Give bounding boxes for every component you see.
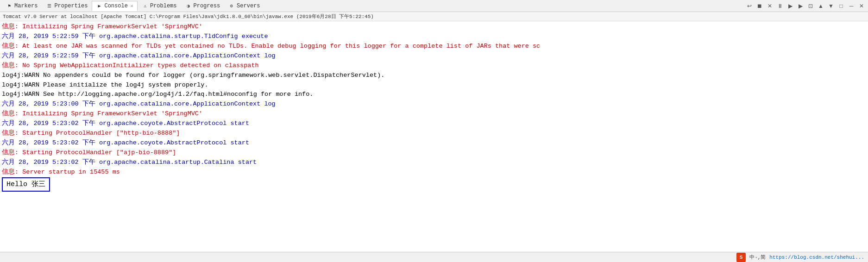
toolbar-copy-btn[interactable]: ⊡ bbox=[806, 1, 815, 11]
console-line: 六月 28, 2019 5:23:02 下午 org.apache.coyote… bbox=[2, 138, 866, 148]
servers-icon: ⚙ bbox=[228, 3, 235, 9]
server-bar: Tomcat v7.0 Server at localhost [Apache … bbox=[0, 12, 868, 21]
console-line: log4j:WARN No appenders could be found f… bbox=[2, 71, 866, 81]
console-line: 信息: Initializing Spring FrameworkServlet… bbox=[2, 22, 866, 32]
console-line: log4j:WARN Please initialize the log4j s… bbox=[2, 81, 866, 90]
tab-console-label: Console bbox=[104, 3, 127, 9]
tab-problems[interactable]: ⚠ Problems bbox=[138, 1, 181, 11]
toolbar-down-btn[interactable]: ▼ bbox=[826, 1, 836, 11]
tab-servers-label: Servers bbox=[237, 3, 260, 9]
toolbar-run2-btn[interactable]: ▶ bbox=[796, 1, 805, 11]
toolbar-min-btn[interactable]: ─ bbox=[847, 1, 856, 11]
tab-markers-label: Markers bbox=[14, 3, 38, 9]
toolbar-right: ↩ ⏹ ✕ ⏸ ▶ ▶ ⊡ ▲ ▼ □ ─ ✕ bbox=[745, 1, 866, 11]
toolbar-close-btn[interactable]: ✕ bbox=[857, 1, 866, 11]
console-line: 六月 28, 2019 5:23:02 下午 org.apache.coyote… bbox=[2, 119, 866, 129]
toolbar-pause-btn[interactable]: ⏸ bbox=[775, 1, 785, 11]
toolbar-stop-btn[interactable]: ⏹ bbox=[755, 1, 764, 11]
status-bar: S 中·,简 https://blog.csdn.net/shehui... bbox=[0, 252, 868, 262]
server-info-text: Tomcat v7.0 Server at localhost [Apache … bbox=[3, 13, 374, 20]
console-line: 六月 28, 2019 5:22:59 下午 org.apache.catali… bbox=[2, 32, 866, 42]
sogou-icon: S bbox=[736, 253, 746, 262]
tab-bar: ⚑ Markers ☰ Properties ▶ Console ✕ ⚠ Pro… bbox=[0, 0, 868, 12]
status-lang: 中·,简 bbox=[749, 254, 766, 261]
toolbar-clear-btn[interactable]: ✕ bbox=[765, 1, 774, 11]
tab-progress[interactable]: ◑ Progress bbox=[181, 1, 225, 11]
console-line: 六月 28, 2019 5:23:02 下午 org.apache.catali… bbox=[2, 158, 866, 168]
toolbar-up-btn[interactable]: ▲ bbox=[816, 1, 825, 11]
console-line: log4j:WARN See http://logging.apache.org… bbox=[2, 90, 866, 100]
console-line: 信息: At least one JAR was scanned for TLD… bbox=[2, 42, 866, 51]
toolbar-max-btn[interactable]: □ bbox=[837, 1, 846, 11]
markers-icon: ⚑ bbox=[6, 3, 13, 9]
problems-icon: ⚠ bbox=[142, 3, 148, 9]
status-link[interactable]: https://blog.csdn.net/shehui... bbox=[769, 255, 864, 260]
tab-problems-label: Problems bbox=[150, 3, 177, 9]
tab-markers[interactable]: ⚑ Markers bbox=[2, 1, 42, 11]
console-output[interactable]: 信息: Initializing Spring FrameworkServlet… bbox=[0, 21, 868, 252]
console-close-icon[interactable]: ✕ bbox=[131, 3, 133, 9]
progress-icon: ◑ bbox=[185, 3, 192, 9]
console-line: 信息: No Spring WebApplicationInitializer … bbox=[2, 61, 866, 71]
toolbar-run-btn[interactable]: ▶ bbox=[786, 1, 795, 11]
console-line: 信息: Server startup in 15455 ms bbox=[2, 168, 866, 177]
hello-output: Hello 张三 bbox=[2, 177, 50, 192]
console-icon: ▶ bbox=[96, 3, 102, 9]
console-line: 六月 28, 2019 5:23:00 下午 org.apache.catali… bbox=[2, 100, 866, 109]
tab-properties-label: Properties bbox=[54, 3, 88, 9]
tab-servers[interactable]: ⚙ Servers bbox=[224, 1, 264, 11]
toolbar-restart-btn[interactable]: ↩ bbox=[745, 1, 754, 11]
properties-icon: ☰ bbox=[46, 3, 52, 9]
tab-properties[interactable]: ☰ Properties bbox=[42, 1, 92, 11]
console-line: 信息: Starting ProtocolHandler ["http-bio-… bbox=[2, 129, 866, 138]
tab-progress-label: Progress bbox=[194, 3, 220, 9]
tab-console[interactable]: ▶ Console ✕ bbox=[92, 1, 137, 11]
console-line: 信息: Initializing Spring FrameworkServlet… bbox=[2, 109, 866, 119]
console-line: 六月 28, 2019 5:22:59 下午 org.apache.catali… bbox=[2, 51, 866, 61]
console-line: 信息: Starting ProtocolHandler ["ajp-bio-8… bbox=[2, 148, 866, 158]
